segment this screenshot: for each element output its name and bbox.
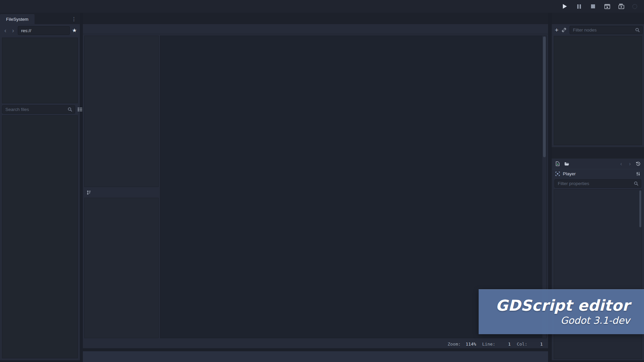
playback-controls xyxy=(562,3,639,9)
zoom-value: 114% xyxy=(461,342,476,347)
update-spinner-icon xyxy=(632,4,637,9)
line-label: Line: xyxy=(482,342,495,347)
play-scene-button[interactable] xyxy=(604,3,610,9)
favorite-toggle-icon[interactable]: ★ xyxy=(71,28,77,33)
function-list-toolbar xyxy=(84,187,159,196)
inspector-filter-row xyxy=(552,178,644,189)
filter-nodes-input[interactable] xyxy=(572,27,633,33)
inspector-toolbar: ‹ › xyxy=(552,159,644,169)
scene-toolbar: + xyxy=(552,24,644,36)
overlay-subtitle: Godot 3.1-dev xyxy=(560,315,630,326)
script-sidebar xyxy=(83,34,160,340)
script-editor-body xyxy=(83,34,548,340)
scene-tree xyxy=(554,36,642,145)
editor-status-bar: Zoom: 114% Line: 1 Col: 1 xyxy=(83,340,548,348)
inspected-node-name: Player xyxy=(563,171,576,176)
pause-button[interactable] xyxy=(576,3,582,9)
play-button[interactable] xyxy=(562,3,568,9)
add-node-button[interactable]: + xyxy=(555,27,558,33)
list-view-toggle-icon[interactable] xyxy=(77,107,83,112)
instance-scene-icon[interactable] xyxy=(561,27,567,33)
filesystem-dock: FileSystem ⋮ ‹ › ★ xyxy=(0,13,80,360)
panel-menu-icon[interactable]: ⋮ xyxy=(71,16,80,24)
script-editor-menubar xyxy=(83,24,548,34)
history-back-icon[interactable]: ‹ xyxy=(618,161,624,167)
col-label: Col: xyxy=(517,342,527,347)
version-overlay: GDScript editor Godot 3.1-dev xyxy=(479,289,644,334)
bottom-panel-tabs xyxy=(83,351,548,362)
stop-button[interactable] xyxy=(590,3,596,9)
fs-forward-button[interactable]: › xyxy=(10,27,16,34)
filesystem-grid xyxy=(2,115,78,358)
tab-filesystem[interactable]: FileSystem xyxy=(0,14,35,24)
overlay-title: GDScript editor xyxy=(495,298,630,313)
filesystem-tab-strip: FileSystem ⋮ xyxy=(0,13,80,24)
fs-back-button[interactable]: ‹ xyxy=(2,27,8,34)
fs-path-input[interactable] xyxy=(18,26,70,35)
object-history-icon[interactable] xyxy=(636,161,641,166)
play-icon xyxy=(563,4,567,9)
filter-properties-search-icon xyxy=(634,181,639,186)
code-scrollbar-thumb[interactable] xyxy=(543,37,546,157)
open-scripts-list xyxy=(84,36,159,187)
stop-icon xyxy=(591,4,595,8)
filter-nodes-search-icon xyxy=(635,27,640,33)
scene-tab-strip xyxy=(83,13,548,24)
filesystem-nav: ‹ › ★ xyxy=(0,24,80,37)
extra-options-icon[interactable] xyxy=(636,171,641,176)
pause-icon xyxy=(577,4,581,9)
filter-properties-input[interactable] xyxy=(557,181,632,186)
zoom-label: Zoom: xyxy=(447,342,461,347)
search-icon xyxy=(67,107,72,112)
filesystem-search-row xyxy=(2,105,78,114)
inspector-node-row: Player xyxy=(552,169,644,178)
main-menu-bar xyxy=(0,0,644,13)
search-files-input[interactable] xyxy=(5,107,65,112)
new-resource-icon[interactable] xyxy=(555,161,560,166)
script-editor-panel: Zoom: 114% Line: 1 Col: 1 xyxy=(83,13,548,362)
col-value: 1 xyxy=(527,342,543,347)
history-forward-icon[interactable]: › xyxy=(627,161,633,167)
sort-functions-icon[interactable] xyxy=(86,190,91,195)
play-custom-scene-icon xyxy=(618,3,625,10)
play-custom-scene-button[interactable] xyxy=(618,3,624,9)
inspector-tab-bar xyxy=(552,147,644,159)
play-scene-icon xyxy=(604,3,610,10)
scene-tab-bar xyxy=(552,13,644,24)
filesystem-tree xyxy=(2,38,78,103)
line-value: 1 xyxy=(495,342,511,347)
area2d-icon xyxy=(555,171,560,176)
godot-editor-window: FileSystem ⋮ ‹ › ★ xyxy=(0,0,644,362)
function-list xyxy=(84,198,159,338)
load-resource-icon[interactable] xyxy=(564,161,569,166)
inspector-scrollbar-thumb[interactable] xyxy=(639,190,641,227)
